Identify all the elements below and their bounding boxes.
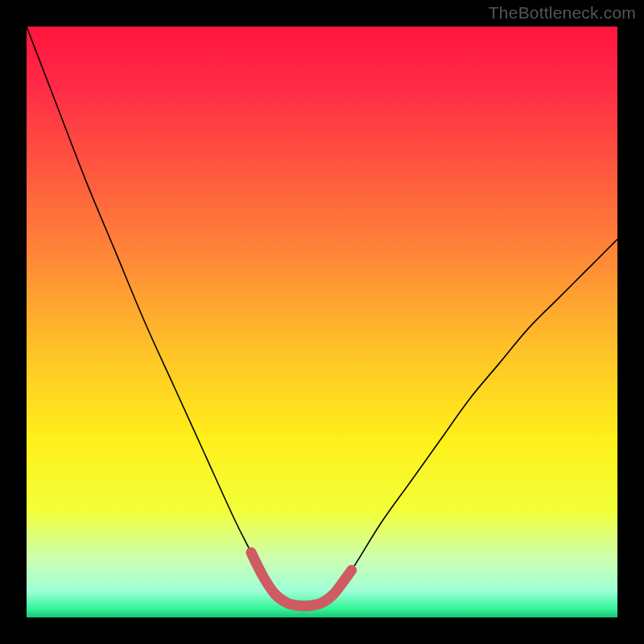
gradient-background xyxy=(27,27,617,617)
watermark-text: TheBottleneck.com xyxy=(489,3,636,23)
plot-area xyxy=(27,27,617,617)
chart-svg xyxy=(27,27,617,617)
chart-frame: TheBottleneck.com xyxy=(0,0,644,644)
